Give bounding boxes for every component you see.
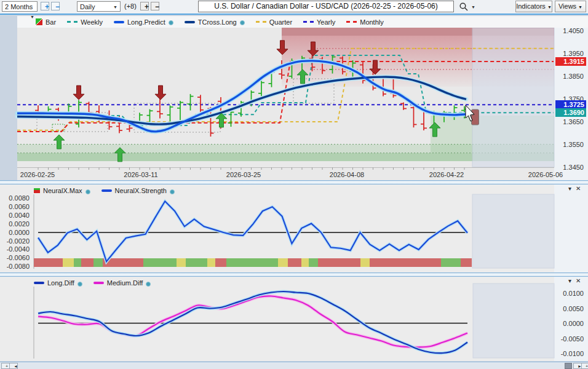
scroll-zoom-out-button[interactable]: + <box>581 363 588 369</box>
collapse-icon[interactable]: ▾ <box>568 277 571 284</box>
close-icon[interactable]: ✕ <box>576 185 581 192</box>
range-select[interactable]: 2 Months▼ <box>2 1 38 12</box>
legend-label: Quarter <box>269 18 292 26</box>
diff-legend: Long.DiffMedium.Diff <box>34 278 464 288</box>
search-icon <box>459 2 469 12</box>
collapse-icon[interactable]: ▾ <box>568 185 571 192</box>
price-legend-item[interactable]: Long.Predict <box>114 18 173 26</box>
price-legend-item[interactable]: Weekly <box>67 18 103 26</box>
legend-label: Monthly <box>360 18 384 26</box>
price-legend-item[interactable]: Yearly <box>303 18 335 26</box>
panel-divider[interactable] <box>0 272 588 277</box>
range-select-value: 2 Months <box>5 3 33 10</box>
neuralx-panel <box>0 184 588 272</box>
chevron-down-icon: ▼ <box>547 5 552 9</box>
indicator-options-dot-icon[interactable] <box>146 282 151 287</box>
legend-label: NeuralX.Max <box>43 187 82 194</box>
indicator-options-dot-icon[interactable] <box>77 282 82 287</box>
diff-legend-item[interactable]: Medium.Diff <box>93 279 151 287</box>
price-legend-item[interactable]: Bar <box>36 18 56 26</box>
chevron-down-icon: ▼ <box>113 2 117 12</box>
bars-added-label: (+8) <box>124 2 137 10</box>
indicators-button[interactable]: Indicators▼ <box>515 1 552 12</box>
toolbar: 2 Months▼ + − Daily▼ (+8) + − U.S. Dolla… <box>0 0 588 14</box>
chevron-down-icon: ▼ <box>578 5 582 9</box>
legend-label: Bar <box>46 18 56 26</box>
legend-label: Weekly <box>81 18 103 26</box>
legend-label: NeuralX.Strength <box>115 187 167 194</box>
range-zoom-out-button[interactable]: − <box>51 2 60 10</box>
quarter-swatch-icon <box>256 21 266 23</box>
indicator-options-dot-icon[interactable] <box>170 189 175 194</box>
indicator-options-dot-icon[interactable] <box>240 20 245 25</box>
yearly-swatch-icon <box>303 21 314 23</box>
indicator-options-dot-icon[interactable] <box>85 189 90 194</box>
long-diff-swatch-icon <box>34 282 44 284</box>
neuralx-strength-swatch-icon <box>101 189 112 192</box>
neuralx-legend-item[interactable]: NeuralX.Strength <box>101 187 175 194</box>
vantagepoint-app: 2 Months▼ + − Daily▼ (+8) + − U.S. Dolla… <box>0 0 588 369</box>
chevron-down-icon: ▼ <box>471 5 475 9</box>
legend-label: Medium.Diff <box>107 279 143 287</box>
diff-legend-item[interactable]: Long.Diff <box>34 279 82 287</box>
legend-label: Yearly <box>317 18 335 26</box>
indicator-options-dot-icon[interactable] <box>169 20 173 25</box>
price-legend-item[interactable]: Quarter <box>256 18 292 26</box>
diff-panel-controls: ▾ ✕ <box>568 277 587 284</box>
add-bar-button[interactable]: + <box>140 2 149 10</box>
scrollbar-thumb[interactable] <box>565 363 572 369</box>
neuralx-panel-controls: ▾ ✕ <box>568 185 587 192</box>
toolbar-divider <box>0 14 588 15</box>
legend-label: Long.Diff <box>47 279 74 287</box>
search-control[interactable]: ▼ <box>459 2 479 12</box>
scroll-left-button[interactable]: ◄ <box>9 363 18 369</box>
bar-swatch-icon <box>36 18 42 25</box>
horizontal-scrollbar[interactable]: + ◄ ► + <box>0 362 588 369</box>
price-plot-area <box>17 28 554 180</box>
tcross-long-swatch-icon <box>185 21 195 23</box>
range-zoom-in-button[interactable]: + <box>41 2 49 10</box>
price-axis-column <box>554 28 588 180</box>
scroll-zoom-in-button[interactable]: + <box>1 363 10 369</box>
neuralx-max-swatch-icon <box>34 188 40 193</box>
symbol-title-box[interactable]: U.S. Dollar / Canadian Dollar - USD/CAD … <box>198 1 454 12</box>
diff-panel <box>0 277 588 361</box>
period-select-value: Daily <box>80 3 95 10</box>
period-select[interactable]: Daily▼ <box>77 1 121 12</box>
neuralx-legend: NeuralX.MaxNeuralX.Strength <box>34 186 464 196</box>
remove-bar-button[interactable]: − <box>151 2 159 10</box>
price-legend-item[interactable]: Monthly <box>346 18 384 26</box>
views-button[interactable]: Views▼ <box>555 1 586 12</box>
price-legend: BarWeeklyLong.PredictTCross.LongQuarterY… <box>17 16 588 28</box>
legend-label: TCross.Long <box>198 18 237 26</box>
close-icon[interactable]: ✕ <box>576 277 581 284</box>
neuralx-legend-item[interactable]: NeuralX.Max <box>34 187 90 194</box>
legend-label: Long.Predict <box>127 18 165 26</box>
monthly-swatch-icon <box>346 21 357 23</box>
neuralx-right-column <box>554 184 588 272</box>
panel-divider[interactable] <box>0 180 588 184</box>
scroll-right-button[interactable]: ► <box>573 363 582 369</box>
long-predict-swatch-icon <box>114 21 124 23</box>
price-legend-item[interactable]: TCross.Long <box>185 18 245 26</box>
weekly-swatch-icon <box>67 21 77 23</box>
medium-diff-swatch-icon <box>93 282 104 284</box>
diff-right-column <box>554 277 588 361</box>
